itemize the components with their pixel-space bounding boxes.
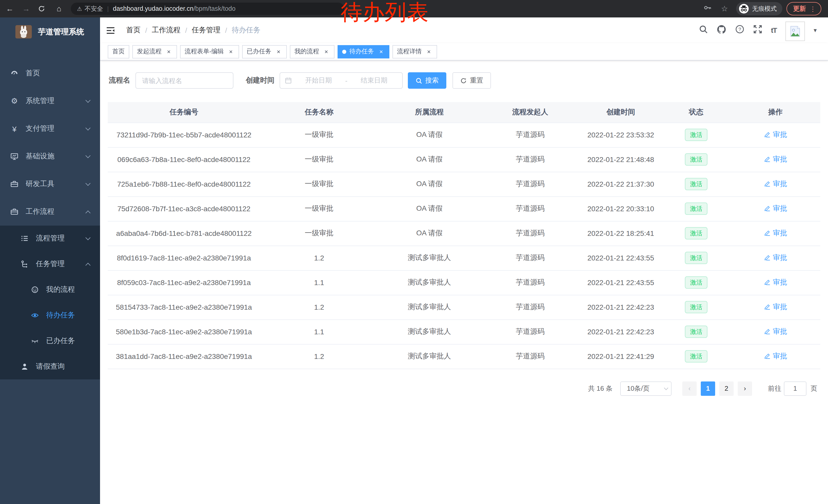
app-logo-row[interactable]: 芋道管理系统 [0,17,100,46]
avatar-caret-icon[interactable]: ▾ [814,27,817,34]
edit-icon [763,255,770,261]
approve-link[interactable]: 审批 [763,278,787,287]
tab-done-tasks[interactable]: 已办任务 × [242,45,287,58]
sidebar-item-task-management[interactable]: 任务管理 [0,251,100,277]
table-row: 725a1eb6-7b88-11ec-8ef0-acde48001122 一级审… [108,172,820,196]
sidebar-collapse-icon[interactable] [106,27,115,34]
address-bar[interactable]: ⚠ 不安全 | dashboard.yudao.iocoder.cn/bpm/t… [71,3,344,15]
home-icon[interactable]: ⌂ [54,4,64,13]
eye-icon [31,311,39,319]
tab-start-process[interactable]: 发起流程 × [132,45,177,58]
approve-link[interactable]: 审批 [763,155,787,164]
edit-icon [763,181,770,187]
end-date-placeholder: 结束日期 [350,76,398,85]
back-icon[interactable]: ← [5,4,14,13]
sidebar-item-done-tasks[interactable]: 已办任务 [0,328,100,354]
page-button-1[interactable]: 1 [701,381,715,396]
close-icon[interactable]: × [227,48,235,55]
tab-process-form-edit[interactable]: 流程表单-编辑 × [180,45,239,58]
sidebar-item-devtools[interactable]: 研发工具 [0,170,100,198]
incognito-badge: 无痕模式 [736,2,782,15]
yen-icon: ¥ [10,125,18,133]
approve-link[interactable]: 审批 [763,303,787,312]
reset-button[interactable]: 重置 [452,72,491,89]
table-row: 8f0d1619-7ac8-11ec-a9e2-a2380e71991a 1.2… [108,245,820,270]
fullscreen-icon[interactable] [753,25,762,36]
reload-icon[interactable] [38,5,47,12]
page-size-select[interactable]: 10条/页 [620,381,671,396]
sidebar-item-workflow[interactable]: 工作流程 [0,198,100,226]
bookmark-star-icon[interactable]: ☆ [721,4,728,13]
password-key-icon[interactable] [703,4,711,14]
sidebar-item-todo-tasks[interactable]: 待办任务 [0,303,100,328]
approve-label: 审批 [773,352,787,361]
process-name-input[interactable] [135,72,234,89]
task-name: 1.2 [260,245,378,270]
breadcrumb-home[interactable]: 首页 [126,26,140,35]
col-actions: 操作 [731,102,820,123]
security-label[interactable]: 不安全 [85,4,103,13]
font-size-icon[interactable]: tT [771,26,777,34]
sidebar-item-infrastructure[interactable]: 基础设施 [0,142,100,170]
approve-link[interactable]: 审批 [763,130,787,139]
sidebar-item-leave-query[interactable]: 请假查询 [0,354,100,379]
date-range-picker[interactable]: 开始日期 - 结束日期 [280,72,403,89]
avatar[interactable] [785,21,805,41]
forward-icon[interactable]: → [22,4,31,13]
close-icon[interactable]: × [425,48,432,55]
search-button[interactable]: 搜索 [408,72,446,89]
approve-link[interactable]: 审批 [763,204,787,213]
breadcrumb: 首页 / 工作流程 / 任务管理 / 待办任务 [126,26,260,35]
task-created: 2022-01-22 18:25:41 [580,221,662,245]
task-initiator: 芋道源码 [481,172,580,196]
list-icon [20,234,29,242]
approve-link[interactable]: 审批 [763,253,787,263]
app-title: 芋道管理系统 [38,27,84,37]
approve-label: 审批 [773,179,787,189]
goto-label: 前往 [768,384,781,393]
next-page-button[interactable]: › [738,381,752,396]
task-name: 1.2 [260,295,378,319]
sidebar-item-label: 我的流程 [46,285,75,294]
approve-link[interactable]: 审批 [763,327,787,336]
edit-icon [763,279,770,286]
task-initiator: 芋道源码 [481,344,580,369]
pagination-total: 共 16 条 [588,384,613,393]
close-icon[interactable]: × [323,48,330,55]
close-icon[interactable]: × [275,48,282,55]
sidebar-item-process-management[interactable]: 流程管理 [0,226,100,251]
tab-todo-tasks[interactable]: 待办任务 × [338,45,389,58]
sidebar-item-label: 系统管理 [26,96,54,106]
approve-link[interactable]: 审批 [763,229,787,238]
sidebar-item-my-process[interactable]: 我的流程 [0,277,100,303]
close-icon[interactable]: × [165,48,172,55]
prev-page-button[interactable]: ‹ [682,381,697,396]
sidebar-item-system[interactable]: ⚙ 系统管理 [0,87,100,115]
tab-home[interactable]: 首页 [108,45,129,58]
tab-my-process[interactable]: 我的流程 × [290,45,334,58]
github-icon[interactable] [717,25,727,36]
reset-button-label: 重置 [470,76,483,85]
sidebar-item-payment[interactable]: ¥ 支付管理 [0,115,100,142]
browser-menu-icon[interactable]: ⋮ [810,5,816,12]
page-button-2[interactable]: 2 [719,381,734,396]
breadcrumb-workflow[interactable]: 工作流程 [152,26,180,35]
status-badge: 激活 [685,252,707,264]
url-path: /bpm/task/todo [194,5,236,12]
update-button[interactable]: 更新 ⋮ [786,2,821,15]
help-icon[interactable]: ? [735,25,744,36]
sidebar-item-home[interactable]: 首页 [0,59,100,87]
approve-link[interactable]: 审批 [763,179,787,189]
task-id: 381aa1dd-7ac8-11ec-a9e2-a2380e71991a [108,344,260,369]
tab-process-detail[interactable]: 流程详情 × [392,45,437,58]
task-created: 2022-01-21 22:43:55 [580,270,662,295]
search-icon[interactable] [699,25,708,36]
col-status: 状态 [662,102,731,123]
breadcrumb-task-management[interactable]: 任务管理 [192,26,220,35]
search-button-icon [416,77,422,84]
page-size-value: 10条/页 [627,384,650,393]
goto-page-input[interactable] [784,381,806,396]
approve-link[interactable]: 审批 [763,352,787,361]
close-icon[interactable]: × [378,48,385,55]
search-button-label: 搜索 [425,76,439,85]
